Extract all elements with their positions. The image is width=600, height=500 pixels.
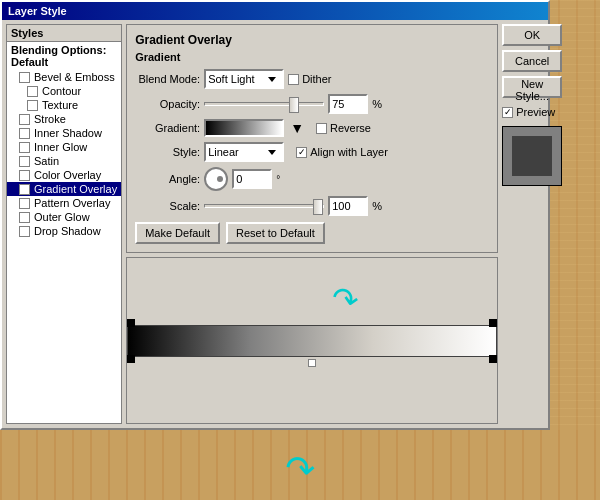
checkbox-gradient-overlay[interactable]	[19, 184, 30, 195]
reverse-checkbox[interactable]	[316, 123, 327, 134]
dialog-title-text: Layer Style	[8, 5, 67, 17]
align-layer-text: Align with Layer	[310, 146, 388, 158]
style-item-color-overlay[interactable]: Color Overlay	[7, 168, 121, 182]
gradient-preview-swatch[interactable]	[204, 119, 284, 137]
opacity-input[interactable]: 75	[328, 94, 368, 114]
angle-circle[interactable]	[204, 167, 228, 191]
checkbox-stroke[interactable]	[19, 114, 30, 125]
align-layer-label: Align with Layer	[296, 146, 388, 158]
handle-top-left[interactable]	[127, 319, 135, 327]
main-area: Gradient Overlay Gradient Blend Mode: So…	[126, 24, 498, 424]
opacity-percent: %	[372, 98, 382, 110]
style-item-gradient-overlay[interactable]: Gradient Overlay	[7, 182, 121, 196]
checkbox-inner-shadow[interactable]	[19, 128, 30, 139]
scale-slider-container[interactable]	[204, 197, 324, 215]
blend-mode-row: Blend Mode: Soft Light Dither	[135, 69, 489, 89]
blend-mode-select[interactable]: Soft Light	[204, 69, 284, 89]
handle-bottom-left[interactable]	[127, 355, 135, 363]
style-item-stroke[interactable]: Stroke	[7, 112, 121, 126]
style-item-texture[interactable]: Texture	[7, 98, 121, 112]
handle-bottom-right[interactable]	[489, 355, 497, 363]
style-item-inner-shadow[interactable]: Inner Shadow	[7, 126, 121, 140]
checkbox-inner-glow[interactable]	[19, 142, 30, 153]
right-panel: OK Cancel New Style... Preview	[502, 24, 562, 424]
preview-inner-box	[512, 136, 552, 176]
bottom-arrow-icon: ↷	[283, 447, 317, 491]
scale-row: Scale: %	[135, 196, 489, 216]
dither-text: Dither	[302, 73, 331, 85]
gradient-bar-frame	[127, 319, 497, 363]
action-buttons-row: Make Default Reset to Default	[135, 222, 489, 244]
opacity-slider-container[interactable]	[204, 95, 324, 113]
gradient-center-handle[interactable]	[308, 359, 316, 367]
align-layer-checkbox[interactable]	[296, 147, 307, 158]
style-item-satin[interactable]: Satin	[7, 154, 121, 168]
checkbox-satin[interactable]	[19, 156, 30, 167]
reverse-text: Reverse	[330, 122, 371, 134]
gradient-row: Gradient: ▼ Reverse	[135, 119, 489, 137]
scale-label: Scale:	[135, 200, 200, 212]
style-item-bevel[interactable]: Bevel & Emboss	[7, 70, 121, 84]
style-item-inner-glow[interactable]: Inner Glow	[7, 140, 121, 154]
preview-label-text: Preview	[516, 106, 555, 118]
gradient-dropdown-arrow[interactable]: ▼	[290, 120, 304, 136]
gradient-bar-preview-area: ↷	[126, 257, 498, 424]
style-row: Style: Linear Align with Layer	[135, 142, 489, 162]
gradient-label: Gradient:	[135, 122, 200, 134]
styles-panel: Styles Blending Options: Default Bevel &…	[6, 24, 122, 424]
scale-percent: %	[372, 200, 382, 212]
dialog-title-bar: Layer Style	[2, 2, 548, 20]
wood-background: ↷	[0, 430, 600, 500]
angle-indicator	[217, 176, 223, 182]
handle-top-right[interactable]	[489, 319, 497, 327]
opacity-slider-thumb[interactable]	[289, 97, 299, 113]
angle-label: Angle:	[135, 173, 200, 185]
panel-subtitle: Gradient	[135, 51, 489, 63]
new-style-button[interactable]: New Style...	[502, 76, 562, 98]
angle-row: Angle: °	[135, 167, 489, 191]
style-item-pattern-overlay[interactable]: Pattern Overlay	[7, 196, 121, 210]
gradient-overlay-panel: Gradient Overlay Gradient Blend Mode: So…	[126, 24, 498, 253]
make-default-button[interactable]: Make Default	[135, 222, 220, 244]
reset-default-button[interactable]: Reset to Default	[226, 222, 325, 244]
preview-checkbox[interactable]	[502, 107, 513, 118]
gradient-bar	[127, 325, 497, 357]
styles-list: Bevel & Emboss Contour Texture Stroke In…	[7, 70, 121, 423]
scale-slider-thumb[interactable]	[313, 199, 323, 215]
style-label: Style:	[135, 146, 200, 158]
style-select[interactable]: Linear	[204, 142, 284, 162]
cancel-button[interactable]: Cancel	[502, 50, 562, 72]
gradient-bar-container: ↷	[127, 319, 497, 363]
checkbox-color-overlay[interactable]	[19, 170, 30, 181]
dither-label: Dither	[288, 73, 331, 85]
checkbox-pattern-overlay[interactable]	[19, 198, 30, 209]
opacity-label: Opacity:	[135, 98, 200, 110]
cursor-arrow-icon: ↷	[329, 278, 362, 320]
checkbox-texture[interactable]	[27, 100, 38, 111]
blend-mode-label: Blend Mode:	[135, 73, 200, 85]
panel-title: Gradient Overlay	[135, 33, 489, 47]
ok-button[interactable]: OK	[502, 24, 562, 46]
scale-slider-track	[204, 204, 324, 208]
styles-header: Styles	[7, 25, 121, 42]
blending-options-header: Blending Options: Default	[7, 42, 121, 70]
opacity-row: Opacity: 75 %	[135, 94, 489, 114]
dither-checkbox[interactable]	[288, 74, 299, 85]
degree-symbol: °	[276, 174, 280, 185]
style-item-drop-shadow[interactable]: Drop Shadow	[7, 224, 121, 238]
checkbox-contour[interactable]	[27, 86, 38, 97]
style-item-contour[interactable]: Contour	[7, 84, 121, 98]
angle-input[interactable]	[232, 169, 272, 189]
reverse-label: Reverse	[316, 122, 371, 134]
checkbox-outer-glow[interactable]	[19, 212, 30, 223]
dialog-body: Styles Blending Options: Default Bevel &…	[2, 20, 548, 428]
scale-input[interactable]	[328, 196, 368, 216]
preview-thumbnail	[502, 126, 562, 186]
layer-style-dialog: Layer Style Styles Blending Options: Def…	[0, 0, 550, 430]
checkbox-bevel[interactable]	[19, 72, 30, 83]
opacity-slider-track	[204, 102, 324, 106]
checkbox-drop-shadow[interactable]	[19, 226, 30, 237]
style-item-outer-glow[interactable]: Outer Glow	[7, 210, 121, 224]
preview-checkbox-label: Preview	[502, 106, 562, 118]
